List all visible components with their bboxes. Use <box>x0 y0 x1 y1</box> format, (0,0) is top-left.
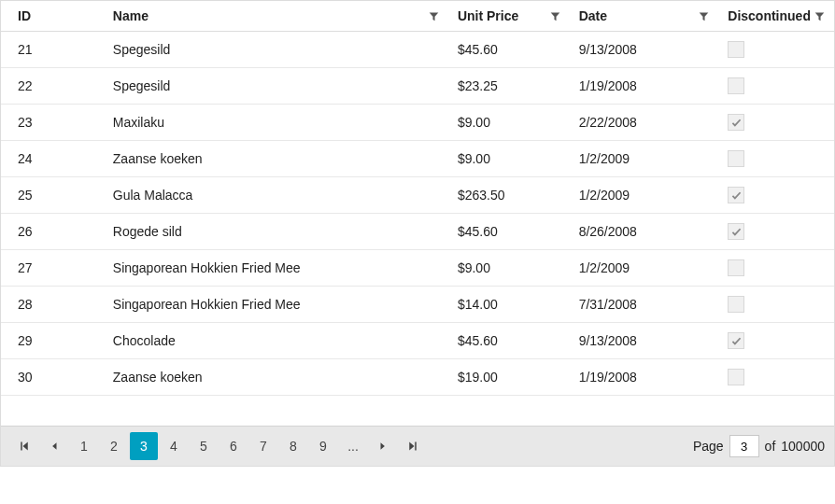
cell-id: 29 <box>1 323 104 358</box>
pager-info: Page of 100000 <box>693 435 825 457</box>
first-page-button[interactable] <box>10 432 38 460</box>
cell-price: $14.00 <box>448 287 570 322</box>
table-row[interactable]: 23Maxilaku$9.002/22/2008 <box>1 105 834 141</box>
cell-price: $9.00 <box>448 141 570 176</box>
checkbox-icon[interactable] <box>728 296 744 313</box>
filter-icon[interactable] <box>429 11 439 21</box>
cell-name: Zaanse koeken <box>104 359 448 395</box>
cell-name: Gula Malacca <box>104 177 448 213</box>
total-pages: 100000 <box>781 439 825 454</box>
column-label: Date <box>579 8 700 23</box>
page-label: Page <box>693 439 724 454</box>
cell-id: 22 <box>1 68 104 104</box>
page-input[interactable] <box>729 435 759 457</box>
column-label: Discontinued <box>728 8 814 23</box>
cell-price: $9.00 <box>448 105 570 140</box>
pager-ellipsis[interactable]: ... <box>339 432 367 460</box>
column-label: Name <box>113 8 429 23</box>
column-header-price[interactable]: Unit Price <box>448 1 570 31</box>
table-row[interactable]: 22Spegesild$23.251/19/2008 <box>1 68 834 105</box>
page-number-button[interactable]: 3 <box>130 432 158 460</box>
cell-date: 9/13/2008 <box>570 323 719 358</box>
checkbox-checked-icon[interactable] <box>728 114 744 131</box>
page-number-button[interactable]: 6 <box>219 432 248 460</box>
cell-discontinued <box>718 141 834 176</box>
table-row[interactable]: 26Rogede sild$45.608/26/2008 <box>1 214 834 250</box>
pager-nav: 123456789 ... <box>10 432 427 460</box>
cell-discontinued <box>718 287 834 322</box>
page-number-button[interactable]: 8 <box>279 432 307 460</box>
page-number-button[interactable]: 5 <box>190 432 218 460</box>
column-header-date[interactable]: Date <box>570 1 719 31</box>
cell-discontinued <box>718 250 834 286</box>
column-header-id[interactable]: ID <box>1 1 104 31</box>
cell-name: Spegesild <box>104 32 448 67</box>
checkbox-icon[interactable] <box>728 369 744 385</box>
page-number-button[interactable]: 9 <box>309 432 337 460</box>
cell-name: Rogede sild <box>104 214 448 249</box>
cell-name: Spegesild <box>104 68 448 104</box>
last-page-button[interactable] <box>399 432 427 460</box>
table-row[interactable]: 24Zaanse koeken$9.001/2/2009 <box>1 141 834 177</box>
checkbox-icon[interactable] <box>728 41 744 58</box>
checkbox-icon[interactable] <box>728 77 744 94</box>
cell-date: 1/2/2009 <box>570 177 719 213</box>
cell-id: 30 <box>1 359 104 395</box>
cell-discontinued <box>718 177 834 213</box>
pager: 123456789 ... Page of 100000 <box>1 426 834 466</box>
cell-date: 1/19/2008 <box>570 359 719 395</box>
next-page-button[interactable] <box>369 432 397 460</box>
table-row[interactable]: 29Chocolade$45.609/13/2008 <box>1 323 834 359</box>
checkbox-icon[interactable] <box>728 150 744 167</box>
cell-id: 25 <box>1 177 104 213</box>
cell-date: 1/2/2009 <box>570 141 719 176</box>
cell-name: Zaanse koeken <box>104 141 448 176</box>
prev-page-button[interactable] <box>40 432 68 460</box>
cell-price: $263.50 <box>448 177 570 213</box>
filter-icon[interactable] <box>814 11 825 21</box>
cell-name: Singaporean Hokkien Fried Mee <box>104 250 448 286</box>
cell-id: 26 <box>1 214 104 249</box>
column-label: Unit Price <box>458 8 550 23</box>
column-label: ID <box>18 8 94 23</box>
page-number-button[interactable]: 7 <box>249 432 277 460</box>
table-row[interactable]: 28Singaporean Hokkien Fried Mee$14.007/3… <box>1 287 834 323</box>
of-label: of <box>765 439 776 454</box>
cell-name: Singaporean Hokkien Fried Mee <box>104 287 448 322</box>
table-row[interactable]: 27Singaporean Hokkien Fried Mee$9.001/2/… <box>1 250 834 287</box>
page-number-button[interactable]: 1 <box>70 432 98 460</box>
column-header-name[interactable]: Name <box>104 1 448 31</box>
checkbox-checked-icon[interactable] <box>728 332 744 349</box>
filter-icon[interactable] <box>550 11 560 21</box>
checkbox-checked-icon[interactable] <box>728 223 744 240</box>
cell-name: Chocolade <box>104 323 448 358</box>
cell-id: 21 <box>1 32 104 67</box>
cell-price: $23.25 <box>448 68 570 104</box>
cell-discontinued <box>718 32 834 67</box>
filter-icon[interactable] <box>699 11 709 21</box>
column-header-discontinued[interactable]: Discontinued <box>718 1 834 31</box>
cell-discontinued <box>718 359 834 395</box>
cell-discontinued <box>718 323 834 358</box>
cell-discontinued <box>718 68 834 104</box>
cell-price: $19.00 <box>448 359 570 395</box>
cell-id: 28 <box>1 287 104 322</box>
cell-date: 8/26/2008 <box>570 214 719 249</box>
checkbox-icon[interactable] <box>728 259 744 276</box>
cell-id: 24 <box>1 141 104 176</box>
page-number-button[interactable]: 4 <box>160 432 188 460</box>
cell-id: 23 <box>1 105 104 140</box>
table-spacer <box>1 396 834 426</box>
cell-price: $45.60 <box>448 323 570 358</box>
cell-price: $45.60 <box>448 32 570 67</box>
checkbox-checked-icon[interactable] <box>728 187 744 203</box>
table-body: 21Spegesild$45.609/13/200822Spegesild$23… <box>1 32 834 396</box>
table-row[interactable]: 21Spegesild$45.609/13/2008 <box>1 32 834 68</box>
cell-date: 9/13/2008 <box>570 32 719 67</box>
page-number-button[interactable]: 2 <box>100 432 128 460</box>
table-header: ID Name Unit Price Date Discontinued <box>1 1 834 32</box>
cell-date: 1/19/2008 <box>570 68 719 104</box>
cell-date: 1/2/2009 <box>570 250 719 286</box>
table-row[interactable]: 30Zaanse koeken$19.001/19/2008 <box>1 359 834 396</box>
table-row[interactable]: 25Gula Malacca$263.501/2/2009 <box>1 177 834 214</box>
